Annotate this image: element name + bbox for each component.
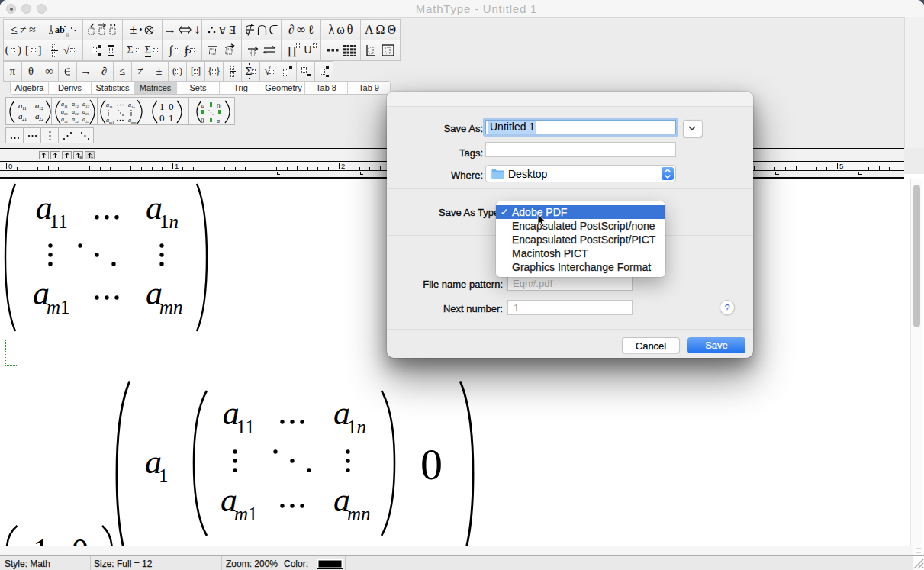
svg-text:1: 1 (169, 112, 174, 124)
svg-text:a: a (201, 102, 204, 109)
svg-text:1n: 1n (131, 105, 136, 109)
svg-text:33: 33 (85, 120, 90, 124)
svg-text:0: 0 (201, 117, 204, 124)
svg-text:21: 21 (22, 117, 27, 121)
svg-text:22: 22 (75, 112, 79, 116)
svg-text:23: 23 (85, 112, 90, 116)
svg-text:32: 32 (75, 120, 79, 124)
svg-text:0: 0 (169, 101, 174, 112)
svg-text:ab: ab (55, 24, 65, 35)
svg-text:22: 22 (39, 117, 43, 121)
svg-text:m1: m1 (109, 121, 114, 124)
svg-text:11: 11 (22, 106, 27, 111)
svg-text:12: 12 (39, 106, 43, 111)
svg-text:31: 31 (64, 120, 69, 124)
svg-text:0: 0 (217, 102, 221, 110)
svg-text:12: 12 (75, 105, 79, 108)
svg-text:11: 11 (64, 105, 68, 108)
svg-text:21: 21 (64, 112, 69, 116)
svg-text:0: 0 (159, 112, 165, 124)
svg-text:1: 1 (159, 101, 165, 112)
svg-text:13: 13 (85, 105, 90, 108)
svg-text:mn: mn (131, 121, 137, 124)
svg-text:11: 11 (109, 105, 113, 109)
svg-text:a: a (217, 118, 220, 124)
